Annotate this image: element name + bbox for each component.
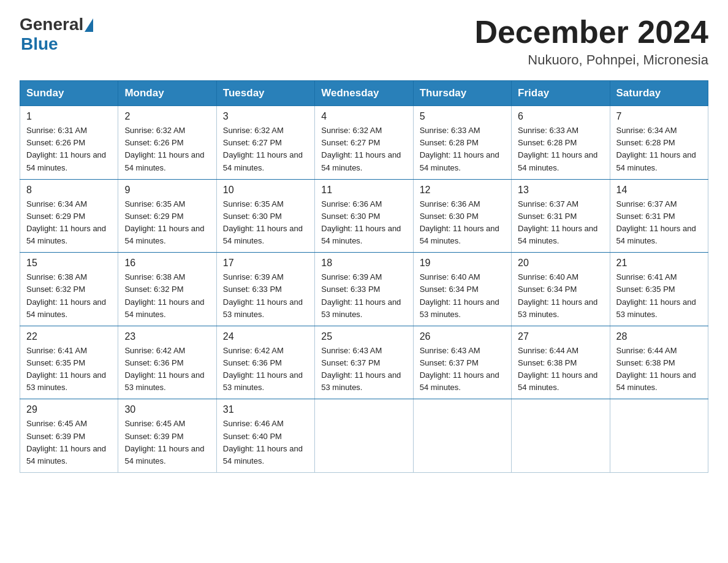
day-info: Sunrise: 6:35 AM Sunset: 6:30 PM Dayligh… — [223, 198, 308, 248]
day-number: 25 — [321, 331, 406, 342]
calendar-day-cell — [315, 399, 413, 473]
day-number: 27 — [518, 331, 603, 342]
day-number: 2 — [124, 111, 210, 122]
calendar-week-row: 29 Sunrise: 6:45 AM Sunset: 6:39 PM Dayl… — [20, 399, 708, 473]
calendar-day-cell: 3 Sunrise: 6:32 AM Sunset: 6:27 PM Dayli… — [216, 106, 314, 180]
day-info: Sunrise: 6:44 AM Sunset: 6:38 PM Dayligh… — [616, 345, 702, 394]
day-info: Sunrise: 6:34 AM Sunset: 6:28 PM Dayligh… — [616, 124, 702, 174]
calendar-day-header: Tuesday — [216, 81, 314, 106]
day-number: 22 — [26, 331, 112, 342]
day-info: Sunrise: 6:33 AM Sunset: 6:28 PM Dayligh… — [518, 124, 603, 174]
location-subtitle: Nukuoro, Pohnpei, Micronesia — [474, 52, 708, 68]
calendar-day-cell: 4 Sunrise: 6:32 AM Sunset: 6:27 PM Dayli… — [315, 106, 413, 180]
calendar-day-header: Sunday — [20, 81, 118, 106]
day-number: 21 — [616, 258, 702, 269]
calendar-header-row: SundayMondayTuesdayWednesdayThursdayFrid… — [20, 81, 708, 106]
day-number: 13 — [518, 185, 603, 196]
calendar-day-cell: 20 Sunrise: 6:40 AM Sunset: 6:34 PM Dayl… — [512, 253, 610, 326]
day-number: 31 — [223, 404, 308, 415]
day-info: Sunrise: 6:32 AM Sunset: 6:26 PM Dayligh… — [124, 124, 210, 174]
calendar-day-cell — [610, 399, 708, 473]
calendar-day-cell: 26 Sunrise: 6:43 AM Sunset: 6:37 PM Dayl… — [413, 326, 511, 399]
calendar-day-cell: 5 Sunrise: 6:33 AM Sunset: 6:28 PM Dayli… — [413, 106, 511, 180]
day-number: 12 — [420, 185, 505, 196]
day-info: Sunrise: 6:41 AM Sunset: 6:35 PM Dayligh… — [26, 345, 112, 394]
day-number: 30 — [124, 404, 210, 415]
logo: General Blue — [20, 15, 93, 54]
day-number: 28 — [616, 331, 702, 342]
calendar-week-row: 15 Sunrise: 6:38 AM Sunset: 6:32 PM Dayl… — [20, 253, 708, 326]
logo-general-text: General — [20, 15, 83, 34]
day-number: 8 — [26, 185, 112, 196]
day-info: Sunrise: 6:41 AM Sunset: 6:35 PM Dayligh… — [616, 271, 702, 321]
day-number: 24 — [223, 331, 308, 342]
day-info: Sunrise: 6:32 AM Sunset: 6:27 PM Dayligh… — [223, 124, 308, 174]
calendar-day-cell: 1 Sunrise: 6:31 AM Sunset: 6:26 PM Dayli… — [20, 106, 118, 180]
calendar-day-cell: 27 Sunrise: 6:44 AM Sunset: 6:38 PM Dayl… — [512, 326, 610, 399]
calendar-week-row: 1 Sunrise: 6:31 AM Sunset: 6:26 PM Dayli… — [20, 106, 708, 180]
calendar-day-cell: 25 Sunrise: 6:43 AM Sunset: 6:37 PM Dayl… — [315, 326, 413, 399]
calendar-day-cell: 19 Sunrise: 6:40 AM Sunset: 6:34 PM Dayl… — [413, 253, 511, 326]
day-number: 26 — [420, 331, 505, 342]
day-info: Sunrise: 6:38 AM Sunset: 6:32 PM Dayligh… — [124, 271, 210, 321]
calendar-day-cell: 6 Sunrise: 6:33 AM Sunset: 6:28 PM Dayli… — [512, 106, 610, 180]
logo-blue-text: Blue — [21, 34, 93, 54]
day-number: 5 — [420, 111, 505, 122]
calendar-day-header: Thursday — [413, 81, 511, 106]
calendar-day-cell: 30 Sunrise: 6:45 AM Sunset: 6:39 PM Dayl… — [118, 399, 216, 473]
day-info: Sunrise: 6:44 AM Sunset: 6:38 PM Dayligh… — [518, 345, 603, 394]
calendar-day-cell: 14 Sunrise: 6:37 AM Sunset: 6:31 PM Dayl… — [610, 179, 708, 253]
day-number: 20 — [518, 258, 603, 269]
day-number: 1 — [26, 111, 112, 122]
day-info: Sunrise: 6:40 AM Sunset: 6:34 PM Dayligh… — [518, 271, 603, 321]
day-number: 3 — [223, 111, 308, 122]
day-number: 7 — [616, 111, 702, 122]
calendar-day-cell: 12 Sunrise: 6:36 AM Sunset: 6:30 PM Dayl… — [413, 179, 511, 253]
calendar-day-cell: 24 Sunrise: 6:42 AM Sunset: 6:36 PM Dayl… — [216, 326, 314, 399]
calendar-day-cell: 9 Sunrise: 6:35 AM Sunset: 6:29 PM Dayli… — [118, 179, 216, 253]
day-info: Sunrise: 6:31 AM Sunset: 6:26 PM Dayligh… — [26, 124, 112, 174]
day-number: 18 — [321, 258, 406, 269]
calendar-day-header: Friday — [512, 81, 610, 106]
day-info: Sunrise: 6:46 AM Sunset: 6:40 PM Dayligh… — [223, 418, 308, 467]
calendar-day-header: Monday — [118, 81, 216, 106]
day-info: Sunrise: 6:39 AM Sunset: 6:33 PM Dayligh… — [321, 271, 406, 321]
day-info: Sunrise: 6:37 AM Sunset: 6:31 PM Dayligh… — [616, 198, 702, 248]
calendar-day-cell: 16 Sunrise: 6:38 AM Sunset: 6:32 PM Dayl… — [118, 253, 216, 326]
day-number: 19 — [420, 258, 505, 269]
day-info: Sunrise: 6:42 AM Sunset: 6:36 PM Dayligh… — [124, 345, 210, 394]
day-info: Sunrise: 6:37 AM Sunset: 6:31 PM Dayligh… — [518, 198, 603, 248]
calendar-day-cell: 10 Sunrise: 6:35 AM Sunset: 6:30 PM Dayl… — [216, 179, 314, 253]
calendar-day-cell: 23 Sunrise: 6:42 AM Sunset: 6:36 PM Dayl… — [118, 326, 216, 399]
calendar-day-cell: 28 Sunrise: 6:44 AM Sunset: 6:38 PM Dayl… — [610, 326, 708, 399]
day-info: Sunrise: 6:40 AM Sunset: 6:34 PM Dayligh… — [420, 271, 505, 321]
calendar-day-cell: 29 Sunrise: 6:45 AM Sunset: 6:39 PM Dayl… — [20, 399, 118, 473]
day-info: Sunrise: 6:43 AM Sunset: 6:37 PM Dayligh… — [321, 345, 406, 394]
day-info: Sunrise: 6:32 AM Sunset: 6:27 PM Dayligh… — [321, 124, 406, 174]
day-info: Sunrise: 6:35 AM Sunset: 6:29 PM Dayligh… — [124, 198, 210, 248]
day-number: 11 — [321, 185, 406, 196]
day-number: 14 — [616, 185, 702, 196]
calendar-day-cell: 8 Sunrise: 6:34 AM Sunset: 6:29 PM Dayli… — [20, 179, 118, 253]
day-number: 16 — [124, 258, 210, 269]
month-title: December 2024 — [474, 15, 708, 50]
calendar-day-cell: 17 Sunrise: 6:39 AM Sunset: 6:33 PM Dayl… — [216, 253, 314, 326]
day-number: 9 — [124, 185, 210, 196]
calendar-day-cell: 2 Sunrise: 6:32 AM Sunset: 6:26 PM Dayli… — [118, 106, 216, 180]
logo-triangle-icon — [85, 18, 93, 32]
day-info: Sunrise: 6:33 AM Sunset: 6:28 PM Dayligh… — [420, 124, 505, 174]
calendar-week-row: 22 Sunrise: 6:41 AM Sunset: 6:35 PM Dayl… — [20, 326, 708, 399]
day-info: Sunrise: 6:36 AM Sunset: 6:30 PM Dayligh… — [420, 198, 505, 248]
calendar-day-cell: 15 Sunrise: 6:38 AM Sunset: 6:32 PM Dayl… — [20, 253, 118, 326]
calendar-day-cell — [413, 399, 511, 473]
day-number: 6 — [518, 111, 603, 122]
day-number: 23 — [124, 331, 210, 342]
calendar-day-cell: 18 Sunrise: 6:39 AM Sunset: 6:33 PM Dayl… — [315, 253, 413, 326]
calendar-day-cell: 7 Sunrise: 6:34 AM Sunset: 6:28 PM Dayli… — [610, 106, 708, 180]
day-number: 17 — [223, 258, 308, 269]
calendar-day-header: Saturday — [610, 81, 708, 106]
calendar-day-cell: 31 Sunrise: 6:46 AM Sunset: 6:40 PM Dayl… — [216, 399, 314, 473]
calendar-day-header: Wednesday — [315, 81, 413, 106]
day-number: 10 — [223, 185, 308, 196]
calendar-day-cell — [512, 399, 610, 473]
